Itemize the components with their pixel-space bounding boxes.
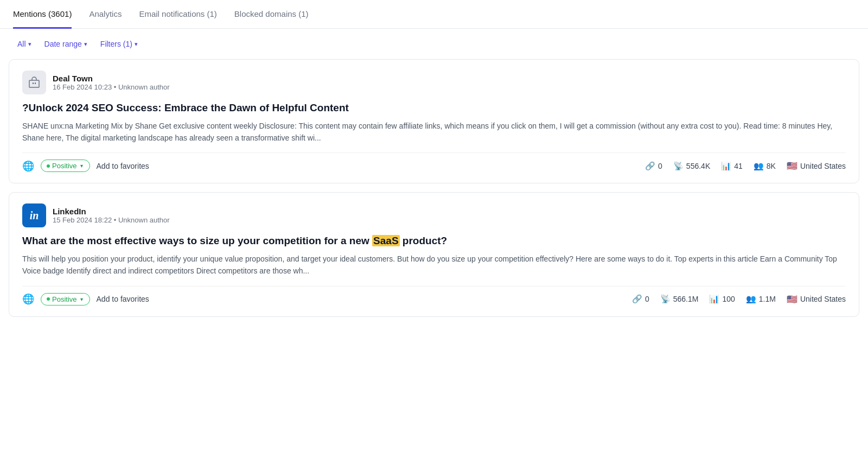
card-2-score-stat: 📊 100 — [709, 294, 735, 304]
card-2-score-icon: 📊 — [709, 294, 719, 304]
card-1-avatar — [22, 71, 46, 94]
card-1-header: Deal Town 16 Feb 2024 10:23 • Unknown au… — [22, 71, 846, 94]
card-2-source-info: LinkedIn 15 Feb 2024 18:22 • Unknown aut… — [53, 207, 170, 224]
card-2-links-stat: 🔗 0 — [632, 294, 649, 304]
mention-card-2: in LinkedIn 15 Feb 2024 18:22 • Unknown … — [9, 192, 859, 316]
card-1-score-icon: 📊 — [721, 161, 731, 171]
card-2-reach-stat: 📡 566.1M — [660, 294, 699, 304]
all-filter-chevron-icon: ▾ — [28, 41, 31, 48]
card-2-footer-right: 🔗 0 📡 566.1M 📊 100 👥 1.1M 🇺🇸 Uni — [632, 294, 846, 304]
card-1-footer-right: 🔗 0 📡 556.4K 📊 41 👥 8K 🇺🇸 United — [645, 161, 846, 171]
card-2-score-value: 100 — [722, 295, 735, 303]
card-2-footer-left: 🌐 Positive ▾ Add to favorites — [22, 293, 149, 305]
card-2-reach-value: 566.1M — [673, 295, 699, 303]
card-2-sentiment-label: Positive — [52, 295, 77, 303]
card-2-flag-icon: 🇺🇸 — [787, 294, 797, 304]
tab-blocked-domains[interactable]: Blocked domains (1) — [234, 1, 309, 29]
card-1-country-label: United States — [800, 162, 846, 170]
card-2-country-stat: 🇺🇸 United States — [787, 294, 846, 304]
card-1-links-stat: 🔗 0 — [645, 161, 662, 171]
card-2-add-favorites-button[interactable]: Add to favorites — [97, 295, 149, 303]
card-1-sentiment-chevron-icon: ▾ — [80, 163, 83, 169]
all-filter-label: All — [17, 40, 26, 48]
card-2-audience-stat: 👥 1.1M — [746, 294, 776, 304]
card-1-globe-icon: 🌐 — [22, 160, 34, 172]
svg-rect-2 — [35, 82, 36, 84]
card-1-sentiment-dot — [47, 164, 50, 168]
card-2-title-after: product? — [400, 235, 448, 246]
card-2-globe-icon: 🌐 — [22, 293, 34, 305]
card-2-header: in LinkedIn 15 Feb 2024 18:22 • Unknown … — [22, 203, 846, 227]
date-range-filter-label: Date range — [44, 40, 82, 48]
card-2-source-meta: 15 Feb 2024 18:22 • Unknown author — [53, 216, 170, 224]
card-1-title[interactable]: ?Unlock 2024 SEO Success: Embrace the Da… — [22, 101, 846, 116]
card-2-country-label: United States — [800, 295, 846, 303]
card-2-title[interactable]: What are the most effective ways to size… — [22, 234, 846, 249]
card-1-sentiment-label: Positive — [52, 162, 77, 170]
mentions-list: Deal Town 16 Feb 2024 10:23 • Unknown au… — [0, 59, 868, 317]
card-1-source-info: Deal Town 16 Feb 2024 10:23 • Unknown au… — [53, 74, 170, 91]
card-1-audience-stat: 👥 8K — [754, 161, 776, 171]
card-1-sentiment-badge[interactable]: Positive ▾ — [41, 160, 90, 172]
card-2-avatar: in — [22, 203, 46, 227]
card-1-links-value: 0 — [658, 162, 662, 170]
card-1-footer-left: 🌐 Positive ▾ Add to favorites — [22, 160, 149, 172]
card-2-sentiment-dot — [47, 297, 50, 301]
card-1-body: SHANE unx:na Marketing Mix by Shane Get … — [22, 120, 846, 144]
card-2-links-value: 0 — [645, 295, 649, 303]
card-1-score-value: 41 — [734, 162, 743, 170]
filters-chevron-icon: ▾ — [135, 41, 138, 48]
filters-button[interactable]: Filters (1) ▾ — [96, 37, 142, 50]
card-2-reach-icon: 📡 — [660, 294, 671, 304]
card-2-sentiment-chevron-icon: ▾ — [80, 296, 83, 302]
date-range-filter-button[interactable]: Date range ▾ — [40, 37, 92, 50]
tab-mentions[interactable]: Mentions (3601) — [13, 1, 72, 29]
card-1-flag-icon: 🇺🇸 — [787, 161, 797, 171]
card-1-reach-stat: 📡 556.4K — [673, 161, 710, 171]
card-2-footer: 🌐 Positive ▾ Add to favorites 🔗 0 📡 566.… — [22, 286, 846, 305]
card-1-audience-value: 8K — [767, 162, 776, 170]
card-1-country-stat: 🇺🇸 United States — [787, 161, 846, 171]
card-2-body: This will help you position your product… — [22, 253, 846, 277]
date-range-chevron-icon: ▾ — [84, 41, 87, 48]
card-2-sentiment-badge[interactable]: Positive ▾ — [41, 293, 90, 305]
card-1-footer: 🌐 Positive ▾ Add to favorites 🔗 0 📡 556.… — [22, 152, 846, 172]
card-2-audience-icon: 👥 — [746, 294, 756, 304]
card-1-reach-value: 556.4K — [686, 162, 710, 170]
card-1-source-name: Deal Town — [53, 74, 170, 83]
tab-analytics[interactable]: Analytics — [89, 1, 122, 29]
card-1-add-favorites-button[interactable]: Add to favorites — [97, 162, 149, 170]
card-2-title-highlight: SaaS — [372, 235, 399, 246]
card-1-score-stat: 📊 41 — [721, 161, 743, 171]
card-2-source-name: LinkedIn — [53, 207, 170, 216]
card-1-link-icon: 🔗 — [645, 161, 655, 171]
card-1-source-meta: 16 Feb 2024 10:23 • Unknown author — [53, 83, 170, 91]
tab-email-notifications[interactable]: Email notifications (1) — [139, 1, 216, 29]
card-2-audience-value: 1.1M — [759, 295, 776, 303]
card-2-link-icon: 🔗 — [632, 294, 642, 304]
card-2-title-before: What are the most effective ways to size… — [22, 235, 372, 246]
filter-bar: All ▾ Date range ▾ Filters (1) ▾ — [0, 29, 868, 59]
svg-rect-1 — [33, 82, 34, 84]
all-filter-button[interactable]: All ▾ — [13, 37, 36, 50]
card-1-audience-icon: 👥 — [754, 161, 764, 171]
mention-card-1: Deal Town 16 Feb 2024 10:23 • Unknown au… — [9, 59, 859, 183]
tabs-nav: Mentions (3601) Analytics Email notifica… — [0, 0, 868, 29]
svg-rect-0 — [29, 80, 39, 87]
card-1-reach-icon: 📡 — [673, 161, 684, 171]
filters-label: Filters (1) — [100, 40, 132, 48]
